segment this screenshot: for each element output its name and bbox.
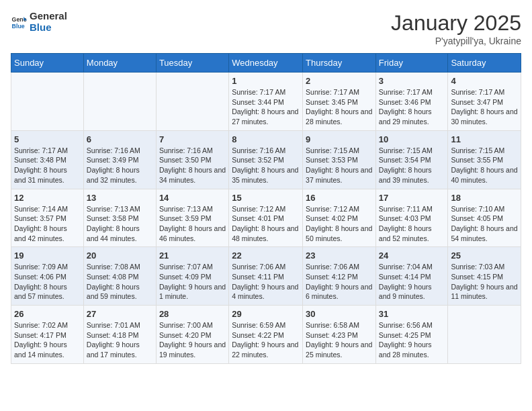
day-cell: [448, 306, 521, 364]
day-info: Sunrise: 7:17 AMSunset: 3:48 PMDaylight:…: [14, 146, 81, 185]
day-info: Sunrise: 7:13 AMSunset: 3:58 PMDaylight:…: [87, 204, 153, 244]
logo-icon: General Blue: [11, 14, 27, 30]
weekday-header-saturday: Saturday: [448, 54, 521, 73]
day-number: 17: [379, 193, 445, 203]
weekday-header-thursday: Thursday: [303, 54, 376, 73]
day-number: 10: [379, 134, 445, 144]
day-number: 16: [306, 193, 373, 203]
day-info: Sunrise: 7:10 AMSunset: 4:05 PMDaylight:…: [451, 204, 518, 244]
day-info: Sunrise: 7:06 AMSunset: 4:12 PMDaylight:…: [306, 262, 373, 302]
day-number: 13: [87, 193, 153, 203]
day-info: Sunrise: 6:59 AMSunset: 4:22 PMDaylight:…: [232, 320, 300, 360]
logo-general: General: [30, 11, 67, 22]
day-info: Sunrise: 7:15 AMSunset: 3:54 PMDaylight:…: [379, 146, 445, 185]
day-cell: 15Sunrise: 7:12 AMSunset: 4:01 PMDayligh…: [229, 189, 303, 247]
day-number: 29: [232, 309, 300, 319]
day-number: 31: [379, 309, 445, 319]
day-number: 12: [14, 193, 81, 203]
weekday-header-sunday: Sunday: [11, 54, 84, 73]
day-number: 18: [451, 193, 518, 203]
day-cell: 1Sunrise: 7:17 AMSunset: 3:44 PMDaylight…: [229, 73, 303, 131]
weekday-header-row: SundayMondayTuesdayWednesdayThursdayFrid…: [11, 54, 521, 73]
day-info: Sunrise: 7:09 AMSunset: 4:06 PMDaylight:…: [14, 262, 81, 302]
svg-text:Blue: Blue: [12, 22, 25, 29]
day-cell: 2Sunrise: 7:17 AMSunset: 3:45 PMDaylight…: [303, 73, 376, 131]
day-number: 20: [87, 250, 153, 261]
day-info: Sunrise: 6:58 AMSunset: 4:23 PMDaylight:…: [306, 320, 373, 360]
title-block: January 2025 P'yatypill'ya, Ukraine: [391, 11, 521, 46]
day-info: Sunrise: 7:13 AMSunset: 3:59 PMDaylight:…: [159, 204, 226, 244]
logo: General Blue General Blue: [11, 11, 67, 33]
day-number: 11: [451, 134, 518, 144]
day-cell: 30Sunrise: 6:58 AMSunset: 4:23 PMDayligh…: [303, 306, 376, 364]
day-cell: [11, 73, 84, 131]
day-cell: 9Sunrise: 7:15 AMSunset: 3:53 PMDaylight…: [303, 130, 376, 189]
day-cell: 6Sunrise: 7:16 AMSunset: 3:49 PMDaylight…: [83, 130, 156, 189]
day-cell: 10Sunrise: 7:15 AMSunset: 3:54 PMDayligh…: [375, 130, 448, 189]
day-cell: 4Sunrise: 7:17 AMSunset: 3:47 PMDaylight…: [448, 73, 521, 131]
day-info: Sunrise: 7:15 AMSunset: 3:53 PMDaylight:…: [306, 146, 373, 185]
calendar-table: SundayMondayTuesdayWednesdayThursdayFrid…: [11, 53, 521, 364]
day-cell: 31Sunrise: 6:56 AMSunset: 4:25 PMDayligh…: [375, 306, 448, 364]
day-cell: [156, 73, 228, 131]
day-number: 3: [379, 76, 445, 86]
weekday-header-wednesday: Wednesday: [229, 54, 303, 73]
day-number: 1: [232, 76, 300, 86]
day-cell: 22Sunrise: 7:06 AMSunset: 4:11 PMDayligh…: [229, 247, 303, 306]
day-info: Sunrise: 7:17 AMSunset: 3:45 PMDaylight:…: [306, 87, 373, 127]
week-row-3: 12Sunrise: 7:14 AMSunset: 3:57 PMDayligh…: [11, 189, 521, 247]
day-info: Sunrise: 7:17 AMSunset: 3:46 PMDaylight:…: [379, 87, 445, 127]
day-number: 4: [451, 76, 518, 86]
week-row-4: 19Sunrise: 7:09 AMSunset: 4:06 PMDayligh…: [11, 247, 521, 306]
day-info: Sunrise: 7:16 AMSunset: 3:52 PMDaylight:…: [232, 146, 300, 185]
day-number: 22: [232, 250, 300, 261]
day-number: 15: [232, 193, 300, 203]
day-cell: 18Sunrise: 7:10 AMSunset: 4:05 PMDayligh…: [448, 189, 521, 247]
day-cell: 17Sunrise: 7:11 AMSunset: 4:03 PMDayligh…: [375, 189, 448, 247]
day-info: Sunrise: 7:14 AMSunset: 3:57 PMDaylight:…: [14, 204, 81, 244]
day-cell: 29Sunrise: 6:59 AMSunset: 4:22 PMDayligh…: [229, 306, 303, 364]
day-info: Sunrise: 7:06 AMSunset: 4:11 PMDaylight:…: [232, 262, 300, 302]
day-cell: 27Sunrise: 7:01 AMSunset: 4:18 PMDayligh…: [83, 306, 156, 364]
calendar-title: January 2025: [391, 11, 521, 36]
day-cell: 11Sunrise: 7:15 AMSunset: 3:55 PMDayligh…: [448, 130, 521, 189]
day-info: Sunrise: 7:16 AMSunset: 3:50 PMDaylight:…: [159, 146, 226, 185]
day-cell: 3Sunrise: 7:17 AMSunset: 3:46 PMDaylight…: [375, 73, 448, 131]
weekday-header-friday: Friday: [375, 54, 448, 73]
day-info: Sunrise: 7:00 AMSunset: 4:20 PMDaylight:…: [159, 320, 226, 360]
day-info: Sunrise: 7:02 AMSunset: 4:17 PMDaylight:…: [14, 320, 81, 360]
day-info: Sunrise: 7:11 AMSunset: 4:03 PMDaylight:…: [379, 204, 445, 244]
day-number: 23: [306, 250, 373, 261]
day-cell: 23Sunrise: 7:06 AMSunset: 4:12 PMDayligh…: [303, 247, 376, 306]
day-number: 6: [87, 134, 153, 144]
week-row-1: 1Sunrise: 7:17 AMSunset: 3:44 PMDaylight…: [11, 73, 521, 131]
day-info: Sunrise: 7:15 AMSunset: 3:55 PMDaylight:…: [451, 146, 518, 185]
day-cell: 16Sunrise: 7:12 AMSunset: 4:02 PMDayligh…: [303, 189, 376, 247]
week-row-5: 26Sunrise: 7:02 AMSunset: 4:17 PMDayligh…: [11, 306, 521, 364]
day-info: Sunrise: 7:12 AMSunset: 4:01 PMDaylight:…: [232, 204, 300, 244]
day-info: Sunrise: 7:07 AMSunset: 4:09 PMDaylight:…: [159, 262, 226, 302]
day-number: 24: [379, 250, 445, 261]
day-cell: 24Sunrise: 7:04 AMSunset: 4:14 PMDayligh…: [375, 247, 448, 306]
day-cell: 25Sunrise: 7:03 AMSunset: 4:15 PMDayligh…: [448, 247, 521, 306]
day-number: 5: [14, 134, 81, 144]
day-cell: 7Sunrise: 7:16 AMSunset: 3:50 PMDaylight…: [156, 130, 228, 189]
day-cell: 21Sunrise: 7:07 AMSunset: 4:09 PMDayligh…: [156, 247, 228, 306]
day-cell: 5Sunrise: 7:17 AMSunset: 3:48 PMDaylight…: [11, 130, 84, 189]
day-info: Sunrise: 7:16 AMSunset: 3:49 PMDaylight:…: [87, 146, 153, 185]
calendar-subtitle: P'yatypill'ya, Ukraine: [391, 36, 521, 46]
day-number: 26: [14, 309, 81, 319]
day-number: 27: [87, 309, 153, 319]
day-number: 7: [159, 134, 226, 144]
day-info: Sunrise: 7:04 AMSunset: 4:14 PMDaylight:…: [379, 262, 445, 302]
day-cell: 13Sunrise: 7:13 AMSunset: 3:58 PMDayligh…: [83, 189, 156, 247]
day-cell: 8Sunrise: 7:16 AMSunset: 3:52 PMDaylight…: [229, 130, 303, 189]
day-info: Sunrise: 7:17 AMSunset: 3:44 PMDaylight:…: [232, 87, 300, 127]
day-number: 19: [14, 250, 81, 261]
day-info: Sunrise: 7:01 AMSunset: 4:18 PMDaylight:…: [87, 320, 153, 360]
day-number: 14: [159, 193, 226, 203]
day-cell: 28Sunrise: 7:00 AMSunset: 4:20 PMDayligh…: [156, 306, 228, 364]
day-info: Sunrise: 7:03 AMSunset: 4:15 PMDaylight:…: [451, 262, 518, 302]
day-number: 30: [306, 309, 373, 319]
day-number: 9: [306, 134, 373, 144]
